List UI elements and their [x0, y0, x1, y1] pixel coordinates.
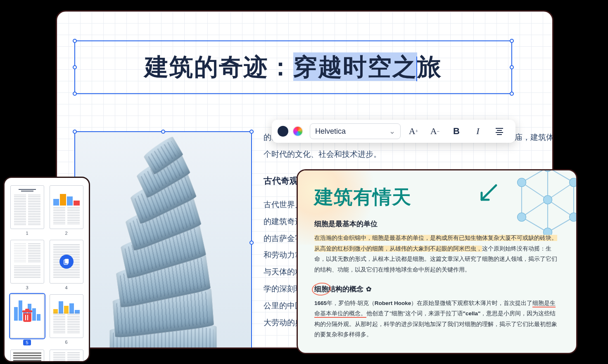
image-selection-box[interactable] [74, 131, 252, 349]
thumbnail-label: 1 [26, 231, 28, 236]
resize-handle[interactable] [73, 65, 77, 69]
note-paragraph[interactable]: 在浩瀚的生命织锦中，细胞是最基本的单位，是构成所有已知生物体复杂大厦不可或缺的砖… [314, 233, 560, 275]
thumbnail-cell[interactable]: 4 [49, 240, 84, 290]
resize-handle[interactable] [510, 39, 514, 43]
trash-icon [22, 310, 32, 322]
resize-handle[interactable] [510, 92, 514, 96]
note-paragraph[interactable]: 1665年，罗伯特·胡克（Robert Hooke）在原始显微镜下观察软木薄片时… [314, 298, 560, 340]
color-picker-icon[interactable] [292, 126, 303, 137]
document-title[interactable]: 建筑的奇迹：穿越时空之旅 [145, 51, 442, 83]
text-color-swatch[interactable] [278, 126, 288, 137]
thumbnail-cell[interactable] [10, 350, 45, 362]
title-suffix: 旅 [417, 53, 442, 80]
title-selection-box[interactable]: 建筑的奇迹：穿越时空之旅 [74, 40, 512, 94]
note-subheading[interactable]: 细胞结构的概念✿ [314, 284, 560, 294]
page-thumbnail[interactable] [50, 185, 83, 229]
page-thumbnail[interactable] [50, 294, 83, 338]
svg-point-16 [570, 178, 578, 187]
note-document-card: 建筑有情天 细胞是最基本的单位 在浩瀚的生命织锦中，细胞是最基本的单位，是构成所… [297, 169, 577, 354]
title-prefix: 建筑的奇迹： [145, 53, 293, 80]
font-size-increase-button[interactable]: A+ [405, 123, 422, 139]
note-title[interactable]: 建筑有情天 [314, 184, 560, 210]
thumbnail-label: 4 [65, 285, 67, 290]
thumbnail-cell[interactable]: 1 [10, 185, 45, 236]
svg-point-19 [544, 169, 552, 172]
font-size-decrease-button[interactable]: A− [426, 123, 444, 139]
page-thumbnail-selected[interactable] [10, 294, 44, 338]
bold-button[interactable]: B [448, 123, 465, 139]
duplicate-icon [59, 255, 74, 269]
thumbnail-cell[interactable]: 6 [49, 294, 84, 345]
thumbnail-label: 6 [65, 340, 67, 345]
resize-handle[interactable] [73, 92, 77, 96]
resize-handle[interactable] [249, 241, 254, 245]
page-thumbnails-panel: 1 2 3 4 5 6 [3, 177, 90, 362]
page-thumbnail[interactable] [10, 350, 44, 362]
page-thumbnail[interactable] [10, 185, 44, 229]
thumbnail-label: 2 [65, 231, 67, 236]
resize-handle[interactable] [249, 130, 254, 134]
page-thumbnail[interactable] [50, 350, 83, 362]
resize-handle[interactable] [73, 39, 77, 43]
align-center-button[interactable] [491, 123, 508, 139]
thumbnail-cell[interactable] [49, 350, 84, 362]
text-format-toolbar: Helvetica ⌄ A+ A− B I [272, 120, 515, 143]
thumbnail-cell[interactable]: 2 [49, 185, 84, 236]
resize-handle[interactable] [73, 130, 77, 134]
flower-icon: ✿ [366, 285, 371, 293]
font-family-select[interactable]: Helvetica ⌄ [310, 123, 401, 139]
thumbnail-cell[interactable]: 5 [10, 294, 45, 345]
thumbnail-label: 5 [23, 340, 31, 345]
italic-button[interactable]: I [469, 123, 487, 139]
skyscraper-image [109, 139, 217, 349]
thumbnail-label: 3 [26, 285, 28, 290]
title-selected-text: 穿越时空之 [293, 52, 417, 81]
svg-point-18 [570, 213, 578, 222]
chevron-down-icon: ⌄ [389, 127, 395, 136]
note-subheading[interactable]: 细胞是最基本的单位 [314, 219, 560, 229]
font-name: Helvetica [315, 127, 346, 136]
resize-handle[interactable] [161, 130, 165, 134]
thumbnail-cell[interactable]: 3 [10, 240, 45, 290]
page-thumbnail[interactable] [10, 240, 44, 284]
resize-handle[interactable] [510, 65, 514, 69]
circled-text: 细胞 [314, 284, 328, 294]
page-thumbnail-stack[interactable] [50, 240, 83, 284]
